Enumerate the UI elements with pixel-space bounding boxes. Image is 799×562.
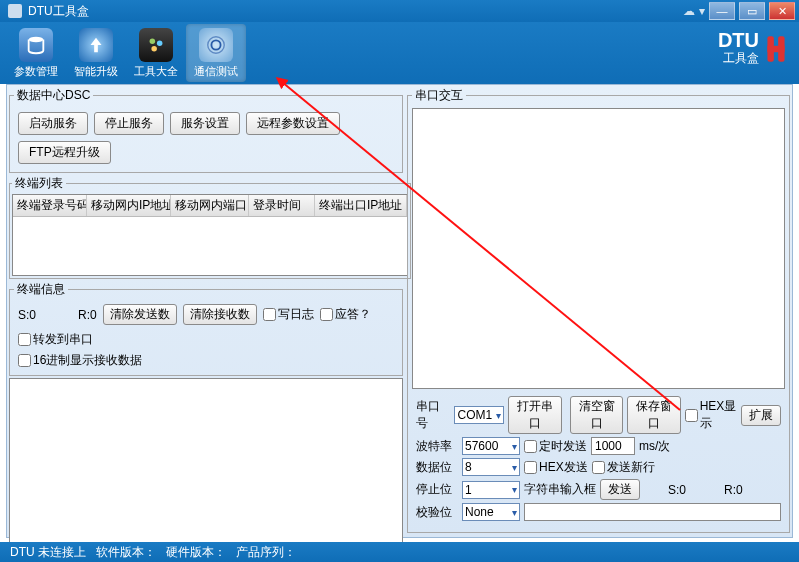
serial-r-label: R:0 (724, 483, 743, 497)
brand-main: DTU (718, 30, 759, 50)
chk-serial-timed[interactable]: 定时发送 (524, 438, 587, 455)
workspace: 数据中心DSC 启动服务 停止服务 服务设置 远程参数设置 FTP远程升级 终端… (6, 84, 793, 538)
recv-count-label: R:0 (78, 308, 97, 322)
parity-combo[interactable]: None▾ (462, 503, 520, 521)
status-hw: 硬件版本： (166, 544, 226, 561)
chk-hex-send-serial[interactable]: HEX发送 (524, 459, 588, 476)
chk-send-newline[interactable]: 发送新行 (592, 459, 655, 476)
svg-rect-8 (767, 45, 784, 51)
col-login-time[interactable]: 登录时间 (249, 195, 315, 216)
terminal-info-legend: 终端信息 (14, 281, 68, 298)
status-dtu: DTU 未连接上 (10, 544, 86, 561)
col-mobile-ip[interactable]: 移动网内IP地址 (87, 195, 171, 216)
toolbar-tools[interactable]: 工具大全 (126, 24, 186, 82)
serial-input-label: 字符串输入框 (524, 481, 596, 498)
tools-icon (139, 28, 173, 62)
toolbar-upgrade[interactable]: 智能升级 (66, 24, 126, 82)
stop-bits-label: 停止位 (416, 481, 458, 498)
start-service-button[interactable]: 启动服务 (18, 112, 88, 135)
toolbar-label: 通信测试 (194, 64, 238, 79)
title-bar: DTU工具盒 ☁ ▾ — ▭ ✕ (0, 0, 799, 22)
send-count-label: S:0 (18, 308, 36, 322)
serial-s-label: S:0 (668, 483, 686, 497)
upgrade-icon (79, 28, 113, 62)
toolbar-label: 智能升级 (74, 64, 118, 79)
stop-service-button[interactable]: 停止服务 (94, 112, 164, 135)
extend-button[interactable]: 扩展 (741, 405, 781, 426)
stop-bits-combo[interactable]: 1▾ (462, 481, 520, 499)
clear-recv-button[interactable]: 清除接收数 (183, 304, 257, 325)
remote-params-button[interactable]: 远程参数设置 (246, 112, 340, 135)
svg-point-2 (157, 40, 163, 46)
svg-point-3 (151, 45, 157, 50)
col-mobile-port[interactable]: 移动网内端口 (171, 195, 249, 216)
svg-point-4 (211, 40, 220, 49)
service-settings-button[interactable]: 服务设置 (170, 112, 240, 135)
serial-legend: 串口交互 (412, 87, 466, 104)
brand-icon (765, 34, 787, 64)
brand-sub: 工具盒 (718, 50, 759, 67)
toolbar-label: 工具大全 (134, 64, 178, 79)
toolbar-params[interactable]: 参数管理 (6, 24, 66, 82)
close-button[interactable]: ✕ (769, 2, 795, 20)
dsc-legend: 数据中心DSC (14, 87, 93, 104)
serial-output-textarea[interactable] (412, 108, 785, 389)
status-sw: 软件版本： (96, 544, 156, 561)
main-toolbar: 参数管理 智能升级 工具大全 通信测试 DTU 工具盒 (0, 22, 799, 84)
data-bits-label: 数据位 (416, 459, 458, 476)
serial-interval-unit: ms/次 (639, 438, 670, 455)
terminal-list-body[interactable] (13, 217, 407, 275)
port-label: 串口号 (416, 398, 450, 432)
col-exit-ip[interactable]: 终端出口IP地址 (315, 195, 407, 216)
right-pane: 串口交互 串口号 COM1▾ 打开串口 清空窗口 保存窗口 HEX显示 扩展 波… (405, 85, 792, 537)
open-port-button[interactable]: 打开串口 (508, 396, 561, 434)
serial-interval-input[interactable] (591, 437, 635, 455)
toolbar-commtest[interactable]: 通信测试 (186, 24, 246, 82)
terminal-info-group: 终端信息 S:0 R:0 清除发送数 清除接收数 写日志 应答？ 转发到串口 1… (9, 281, 403, 376)
data-bits-combo[interactable]: 8▾ (462, 458, 520, 476)
dropdown-icon[interactable]: ▾ (699, 4, 705, 18)
dsc-group: 数据中心DSC 启动服务 停止服务 服务设置 远程参数设置 FTP远程升级 (9, 87, 403, 173)
comm-icon (199, 28, 233, 62)
window-title: DTU工具盒 (28, 3, 683, 20)
col-login-num[interactable]: 终端登录号码 (13, 195, 87, 216)
terminal-list[interactable]: 终端登录号码 移动网内IP地址 移动网内端口 登录时间 终端出口IP地址 (12, 194, 408, 276)
svg-point-0 (29, 36, 44, 42)
clear-window-button[interactable]: 清空窗口 (570, 396, 623, 434)
terminal-list-group: 终端列表 终端登录号码 移动网内IP地址 移动网内端口 登录时间 终端出口IP地… (9, 175, 411, 279)
terminal-list-legend: 终端列表 (12, 175, 66, 192)
maximize-button[interactable]: ▭ (739, 2, 765, 20)
baud-combo[interactable]: 57600▾ (462, 437, 520, 455)
toolbar-label: 参数管理 (14, 64, 58, 79)
chk-log[interactable]: 写日志 (263, 306, 314, 323)
chk-hex-recv[interactable]: 16进制显示接收数据 (18, 352, 142, 369)
parity-label: 校验位 (416, 504, 458, 521)
chk-hex-display[interactable]: HEX显示 (685, 398, 737, 432)
chk-answer[interactable]: 应答？ (320, 306, 371, 323)
app-icon (8, 4, 22, 18)
window-controls: ☁ ▾ — ▭ ✕ (683, 2, 795, 20)
status-bar: DTU 未连接上 软件版本： 硬件版本： 产品序列： (0, 542, 799, 562)
svg-point-1 (150, 38, 156, 44)
terminal-list-header: 终端登录号码 移动网内IP地址 移动网内端口 登录时间 终端出口IP地址 (13, 195, 407, 217)
svg-point-5 (208, 36, 225, 53)
status-sn: 产品序列： (236, 544, 296, 561)
serial-group: 串口交互 串口号 COM1▾ 打开串口 清空窗口 保存窗口 HEX显示 扩展 波… (407, 87, 790, 533)
serial-send-button[interactable]: 发送 (600, 479, 640, 500)
left-pane: 数据中心DSC 启动服务 停止服务 服务设置 远程参数设置 FTP远程升级 终端… (7, 85, 405, 537)
baud-label: 波特率 (416, 438, 458, 455)
save-window-button[interactable]: 保存窗口 (627, 396, 680, 434)
database-icon (19, 28, 53, 62)
port-combo[interactable]: COM1▾ (454, 406, 504, 424)
ftp-upgrade-button[interactable]: FTP远程升级 (18, 141, 111, 164)
terminal-info-textarea[interactable] (9, 378, 403, 558)
chk-forward[interactable]: 转发到串口 (18, 331, 93, 348)
cloud-icon[interactable]: ☁ (683, 4, 695, 18)
serial-controls: 串口号 COM1▾ 打开串口 清空窗口 保存窗口 HEX显示 扩展 波特率 57… (412, 392, 785, 528)
clear-send-button[interactable]: 清除发送数 (103, 304, 177, 325)
serial-send-input[interactable] (524, 503, 781, 521)
minimize-button[interactable]: — (709, 2, 735, 20)
brand-logo: DTU 工具盒 (718, 30, 787, 67)
